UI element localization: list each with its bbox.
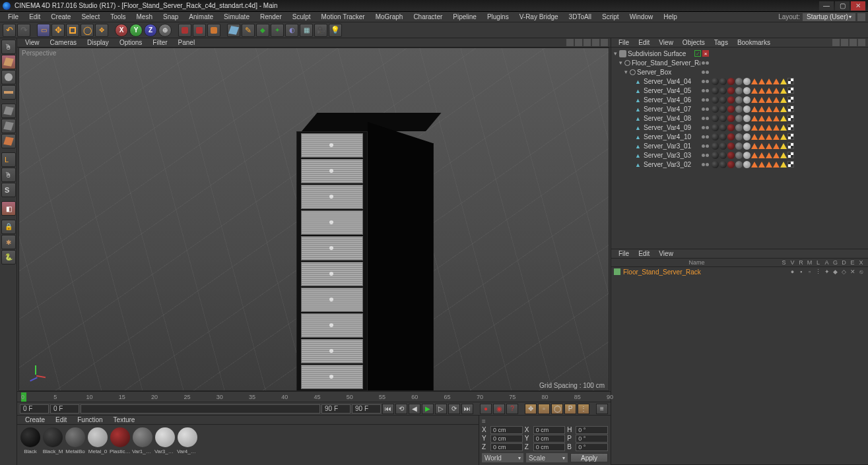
obj-node-3[interactable]: Server_Var4_04 (611, 77, 710, 86)
objmenu-objects[interactable]: Objects (678, 39, 710, 46)
mat-tag-icon[interactable] (712, 115, 719, 122)
mat-tag-icon[interactable] (735, 152, 743, 159)
menu-help[interactable]: Help (658, 13, 683, 20)
size-Y[interactable]: 0 cm (533, 435, 566, 443)
uvw-tag-icon[interactable] (787, 115, 794, 121)
menu-simulate[interactable]: Simulate (218, 13, 255, 20)
sel-tag-icon[interactable] (773, 106, 780, 112)
mat-tag-icon[interactable] (712, 152, 719, 159)
key-pos-button[interactable]: ✥ (525, 404, 537, 414)
tree-twisty-icon[interactable]: ▾ (613, 50, 618, 57)
mat-tag-icon[interactable] (719, 87, 727, 94)
pos-Z[interactable]: 0 cm (490, 443, 523, 451)
mat-tag-icon[interactable] (727, 106, 735, 113)
sel-tag-icon[interactable] (780, 88, 787, 94)
sel-tag-icon[interactable] (773, 97, 780, 103)
sel-tag-icon[interactable] (758, 78, 765, 84)
workplane-mode[interactable] (1, 85, 16, 100)
tree-twisty-icon[interactable]: ▾ (618, 59, 623, 66)
model-mode[interactable] (1, 55, 16, 69)
pos-Y[interactable]: 0 cm (490, 435, 523, 443)
menu-select[interactable]: Select (76, 13, 105, 20)
mat-tag-icon[interactable] (719, 115, 727, 122)
attrmenu-edit[interactable]: Edit (634, 250, 654, 257)
sel-tag-icon[interactable] (766, 143, 772, 149)
sel-tag-icon[interactable] (766, 97, 772, 103)
uvw-tag-icon[interactable] (787, 78, 794, 84)
rot-H[interactable]: 0 ° (576, 426, 608, 434)
obj-node-0[interactable]: ▾Subdivision Surface✓× (611, 49, 710, 58)
menu-plugins[interactable]: Plugins (482, 13, 514, 20)
frame-start-field[interactable]: 0 F (20, 404, 49, 414)
sel-tag-icon[interactable] (773, 143, 780, 149)
frame-end-field[interactable]: 90 F (352, 404, 381, 414)
sel-tag-icon[interactable] (758, 152, 765, 158)
material-0[interactable]: Black (20, 427, 41, 454)
sel-tag-icon[interactable] (780, 162, 787, 168)
enable-check-icon[interactable]: ✓ (694, 50, 701, 57)
sel-tag-icon[interactable] (766, 134, 772, 140)
rot-B[interactable]: 0 ° (576, 443, 608, 451)
autokey-button[interactable]: ◉ (493, 404, 505, 414)
uvw-tag-icon[interactable] (787, 106, 794, 112)
mat-tag-icon[interactable] (719, 161, 727, 168)
uvw-tag-icon[interactable] (787, 142, 794, 149)
key-pla-button[interactable]: ⋮ (578, 404, 589, 414)
range-end-field[interactable]: 90 F (321, 404, 351, 414)
size-Z[interactable]: 0 cm (533, 443, 566, 451)
mat-tag-icon[interactable] (719, 133, 727, 140)
obj-node-4[interactable]: Server_Var4_05 (611, 86, 710, 95)
mat-tag-icon[interactable] (712, 124, 719, 131)
objmenu-tags[interactable]: Tags (710, 39, 733, 46)
attr-ic-5[interactable]: ✦ (823, 268, 830, 276)
mat-tag-icon[interactable] (735, 124, 743, 131)
add-floor-button[interactable]: ▦ (300, 24, 313, 37)
obj-node-6[interactable]: Server_Var4_07 (611, 104, 710, 113)
key-param-button[interactable]: P (564, 404, 576, 414)
menu-mesh[interactable]: Mesh (131, 13, 158, 20)
add-cube-button[interactable] (227, 24, 240, 37)
mat-tag-icon[interactable] (727, 78, 735, 85)
coord-apply-button[interactable]: Apply (570, 453, 608, 462)
sel-tag-icon[interactable] (780, 134, 787, 140)
view-icon-1[interactable] (566, 39, 574, 46)
python-button[interactable] (1, 250, 16, 264)
timeline-ruler[interactable]: 051015202530354045505560657075808590 (17, 391, 611, 402)
viewmenu-display[interactable]: Display (82, 39, 114, 46)
add-light-button[interactable] (329, 24, 342, 37)
menu-dtoall[interactable]: 3DToAll (564, 13, 597, 20)
menu-create[interactable]: Create (46, 13, 76, 20)
attr-ic-8[interactable]: ✕ (849, 268, 856, 276)
obj-node-9[interactable]: Server_Var4_10 (611, 132, 710, 141)
uvw-tag-icon[interactable] (787, 152, 794, 158)
sel-tag-icon[interactable] (780, 152, 787, 158)
mat-tag-icon[interactable] (743, 78, 751, 85)
obj-node-7[interactable]: Server_Var4_08 (611, 113, 710, 123)
matmenu-edit[interactable]: Edit (50, 416, 72, 423)
mat-tag-icon[interactable] (735, 96, 743, 104)
rotate-button[interactable] (81, 24, 94, 37)
sel-tag-icon[interactable] (773, 78, 780, 84)
mat-tag-icon[interactable] (743, 106, 751, 113)
matmenu-texture[interactable]: Texture (108, 416, 141, 423)
close-button[interactable]: ✕ (851, 1, 865, 11)
y-axis-toggle[interactable]: Y (129, 24, 143, 37)
render-view-button[interactable] (178, 24, 191, 37)
uvw-tag-icon[interactable] (787, 87, 794, 94)
sel-tag-icon[interactable] (766, 162, 772, 168)
poly-mode[interactable] (1, 134, 16, 148)
sel-tag-icon[interactable] (751, 162, 758, 168)
sel-tag-icon[interactable] (773, 125, 780, 131)
menu-render[interactable]: Render (255, 13, 287, 20)
mat-tag-icon[interactable] (712, 142, 719, 150)
sel-tag-icon[interactable] (751, 88, 758, 94)
viewmenu-view[interactable]: View (20, 39, 45, 46)
sel-tag-icon[interactable] (751, 134, 758, 140)
mat-tag-icon[interactable] (743, 142, 751, 150)
mat-tag-icon[interactable] (727, 133, 735, 140)
tweak-button[interactable] (1, 168, 16, 182)
menu-animate[interactable]: Animate (184, 13, 218, 20)
cursor-tool[interactable] (1, 40, 16, 54)
mat-tag-icon[interactable] (735, 133, 743, 140)
obj-node-1[interactable]: ▾Floor_Stand_Server_Rack (611, 58, 710, 67)
